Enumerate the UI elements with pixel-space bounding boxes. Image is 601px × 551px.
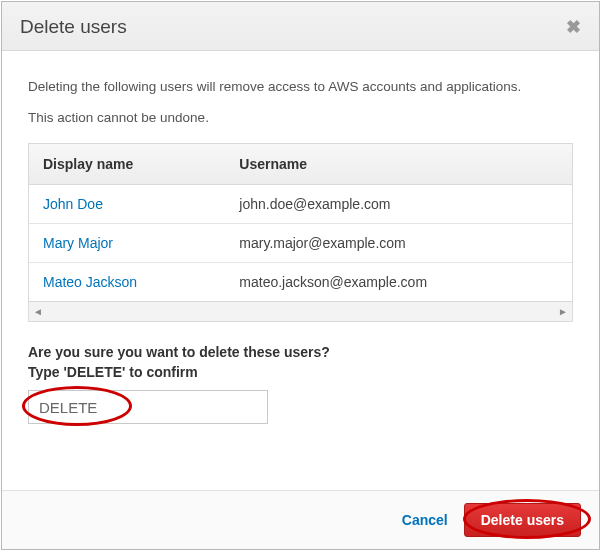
dialog-title: Delete users: [20, 16, 127, 38]
delete-users-dialog: Delete users ✖ Deleting the following us…: [1, 1, 600, 550]
user-username: mary.major@example.com: [225, 224, 572, 263]
warning-text: This action cannot be undone.: [28, 110, 573, 125]
dialog-footer: Cancel Delete users: [2, 490, 599, 549]
cancel-button[interactable]: Cancel: [398, 506, 452, 534]
dialog-header: Delete users ✖: [2, 2, 599, 51]
table-row: John Doe john.doe@example.com: [29, 185, 572, 224]
confirm-input-row: [28, 390, 268, 424]
close-icon[interactable]: ✖: [566, 18, 581, 36]
delete-users-button[interactable]: Delete users: [464, 503, 581, 537]
col-display-name: Display name: [29, 144, 225, 185]
horizontal-scrollbar[interactable]: ◄ ►: [28, 302, 573, 322]
users-table: Display name Username John Doe john.doe@…: [29, 144, 572, 301]
scroll-right-icon[interactable]: ►: [558, 306, 568, 317]
confirm-delete-input[interactable]: [28, 390, 268, 424]
user-link[interactable]: Mary Major: [43, 235, 113, 251]
table-row: Mary Major mary.major@example.com: [29, 224, 572, 263]
users-table-wrap: Display name Username John Doe john.doe@…: [28, 143, 573, 302]
user-username: mateo.jackson@example.com: [225, 263, 572, 302]
lead-text: Deleting the following users will remove…: [28, 79, 573, 94]
scroll-left-icon[interactable]: ◄: [33, 306, 43, 317]
confirm-hint: Type 'DELETE' to confirm: [28, 364, 573, 380]
col-username: Username: [225, 144, 572, 185]
dialog-body: Deleting the following users will remove…: [2, 51, 599, 490]
confirm-question: Are you sure you want to delete these us…: [28, 344, 573, 360]
user-link[interactable]: John Doe: [43, 196, 103, 212]
user-link[interactable]: Mateo Jackson: [43, 274, 137, 290]
table-row: Mateo Jackson mateo.jackson@example.com: [29, 263, 572, 302]
user-username: john.doe@example.com: [225, 185, 572, 224]
